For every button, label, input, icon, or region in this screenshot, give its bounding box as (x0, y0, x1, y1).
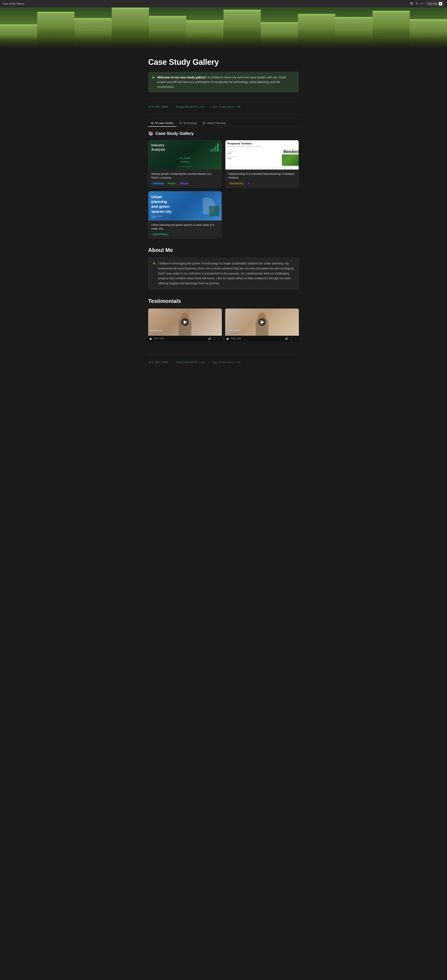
manufacturing-card-title: Implementing AI in Industrial Manufactur… (228, 172, 296, 180)
bar-4 (217, 143, 219, 151)
browser-icons-group: 🔍 ⧉ ••• Built with N (410, 1, 444, 6)
fintech-card-title: Startup growth: Analyzing the success fa… (151, 172, 219, 180)
andrea-company: ACME LYC (150, 332, 163, 334)
about-me-section: About Me ✳ I believe in leveraging the p… (148, 247, 299, 290)
andrea-more-button[interactable]: ⋮ (217, 337, 220, 340)
manufacturing-card-body: Implementing AI in Industrial Manufactur… (225, 170, 299, 187)
urban-tab-icon: 🏛 (203, 121, 206, 124)
manufacturing-top-section: Proposed Timeline Briefly elaborate on w… (225, 140, 299, 149)
footer-email: hey@johnsmith.com (176, 361, 204, 364)
drew-name: Drew Evans (227, 329, 240, 332)
tag-technology[interactable]: Technology (151, 182, 165, 185)
main-content: Case Study Gallery ▶ Welcome to my case … (144, 49, 303, 383)
drew-fullscreen-button[interactable]: ⛶ (290, 337, 293, 340)
case-study-grid-row1: Industry Analysis of a fintech company P… (148, 140, 299, 188)
urban-card-title-text: Urban planning and green spaces city (151, 195, 172, 214)
testimonials-heading: Testimonials (148, 298, 299, 304)
tab-all-case-studies[interactable]: ⊞ All case studies (148, 120, 176, 127)
contact-row: 123-456-7890 hey@johnsmith.com San Franc… (148, 103, 299, 110)
drew-company: ACME LYC (227, 332, 240, 334)
about-text: I believe in leveraging the power of tec… (158, 261, 294, 286)
andrea-volume-button[interactable]: 🔊 (208, 337, 211, 340)
case-studies-heading-label: Case Study Gallery (155, 131, 193, 136)
manufacturing-card-bg: Proposed Timeline Briefly elaborate on w… (225, 140, 299, 170)
all-tab-icon: ⊞ (151, 121, 153, 124)
drew-video-controls: ▶ 0:00 / 0:04 🔊 ⛶ ⋮ (225, 336, 299, 342)
andrea-play-circle[interactable] (180, 318, 190, 327)
divider-top (148, 99, 299, 99)
copy-icon[interactable]: ⧉ (416, 2, 418, 5)
andrea-name: Andrea Lim (150, 329, 163, 332)
browser-tab-title: Case Study Gallery (3, 2, 24, 5)
callout-arrow-icon: ▶ (152, 75, 155, 89)
built-with-label: Built with (428, 2, 437, 5)
andrea-play-button[interactable]: ▶ (150, 337, 152, 340)
tag-startups[interactable]: Startups (179, 182, 190, 185)
case-study-card-urban[interactable]: Urban planning and green spaces city PRE… (148, 191, 222, 239)
bar-2 (212, 148, 214, 151)
about-callout: ✳ I believe in leveraging the power of t… (148, 258, 299, 290)
tech-tab-icon: ⚙ (179, 121, 182, 124)
more-options-icon[interactable]: ••• (420, 2, 423, 5)
andrea-fullscreen-button[interactable]: ⛶ (213, 337, 216, 340)
case-study-card-manufacturing[interactable]: Proposed Timeline Briefly elaborate on w… (225, 140, 299, 188)
drew-play-circle[interactable] (257, 318, 267, 327)
case-study-card-fintech[interactable]: Industry Analysis of a fintech company P… (148, 140, 222, 188)
hero-image (0, 8, 447, 49)
manufacturing-card-image: Proposed Timeline Briefly elaborate on w… (225, 140, 299, 170)
urban-shape-rect (209, 206, 220, 216)
tab-urban-planning[interactable]: 🏛 Urban Planning (200, 120, 228, 127)
tag-urban-planning[interactable]: Urban Planning (151, 233, 169, 236)
about-me-heading: About Me (148, 247, 299, 253)
tag-finance[interactable]: Finance (167, 182, 177, 185)
case-studies-section-heading: 📚 Case Study Gallery (148, 131, 299, 136)
tab-technology[interactable]: ⚙ Technology (176, 120, 200, 127)
callout-bold: Welcome to my case study gallery! (157, 76, 206, 79)
drew-more-button[interactable]: ⋮ (294, 337, 297, 340)
footer-phone: 123-456-7890 (148, 361, 168, 364)
contact-location: San Francisco, CA (212, 105, 240, 108)
notion-icon: N (439, 2, 442, 5)
andrea-name-overlay: Andrea Lim ACME LYC (150, 329, 163, 334)
video-card-drew[interactable]: Drew Evans ACME LYC ▶ 0:00 / 0:04 🔊 ⛶ ⋮ (225, 309, 299, 342)
fintech-presenter: Presented by Acme (148, 165, 222, 167)
urban-card-bg: Urban planning and green spaces city PRE… (148, 191, 222, 221)
urban-card-body: Urban planning and green spaces: A case … (148, 221, 222, 238)
mfg-big-text: Manufacturing (284, 150, 297, 154)
manufacturing-content: Presented To Acme Presented By Acme Manu… (225, 149, 299, 166)
tag-ai[interactable]: AI (246, 182, 251, 185)
search-icon[interactable]: 🔍 (410, 2, 414, 5)
andrea-video-thumbnail: Andrea Lim ACME LYC (148, 309, 222, 336)
footer-contact-row: 123-456-7890 hey@johnsmith.com San Franc… (148, 361, 299, 364)
testimonials-section: Testimonials Andrea Lim A (148, 298, 299, 342)
urban-presented: PRESENTED BYACME (151, 216, 163, 218)
andrea-play-triangle (184, 320, 187, 324)
footer: 123-456-7890 hey@johnsmith.com San Franc… (148, 354, 299, 370)
about-sun-icon: ✳ (153, 261, 156, 286)
mfg-presenter-to-label: Presented To (227, 150, 280, 152)
welcome-callout: ▶ Welcome to my case study gallery! I'm … (148, 72, 299, 92)
tag-manufacturing[interactable]: Manufacturing (228, 182, 245, 185)
callout-text: Welcome to my case study gallery! I'm th… (157, 75, 295, 89)
tab-tech-label: Technology (183, 121, 197, 124)
mfg-presenter-to-val: Acme (227, 152, 280, 154)
built-with-button[interactable]: Built with N (425, 1, 444, 6)
page-title: Case Study Gallery (148, 58, 299, 67)
drew-name-overlay: Drew Evans ACME LYC (227, 329, 240, 334)
manufacturing-left-panel: Presented To Acme Presented By Acme (225, 149, 282, 166)
manufacturing-card-sub: Briefly elaborate on what you want to di… (227, 145, 297, 147)
drew-play-button[interactable]: ▶ (227, 337, 229, 340)
drew-volume-button[interactable]: 🔊 (285, 337, 288, 340)
fintech-subtitle: of a fintech company (148, 156, 222, 163)
urban-card-title: Urban planning and green spaces: A case … (151, 223, 219, 231)
browser-chrome: Case Study Gallery 🔍 ⧉ ••• Built with N (0, 0, 447, 8)
fintech-bar-chart (210, 143, 219, 151)
case-study-grid-row2: Urban planning and green spaces city PRE… (148, 191, 299, 239)
fintech-card-body: Startup growth: Analyzing the success fa… (148, 170, 222, 187)
fintech-card-tags: Technology Finance Startups (151, 182, 219, 185)
bar-3 (215, 146, 216, 151)
manufacturing-right-panel: Manufacturing (282, 149, 299, 166)
testimonials-grid: Andrea Lim ACME LYC ▶ 0:00 / 0:04 🔊 ⛶ ⋮ (148, 309, 299, 342)
video-card-andrea[interactable]: Andrea Lim ACME LYC ▶ 0:00 / 0:04 🔊 ⛶ ⋮ (148, 309, 222, 342)
manufacturing-card-heading: Proposed Timeline (227, 142, 297, 145)
